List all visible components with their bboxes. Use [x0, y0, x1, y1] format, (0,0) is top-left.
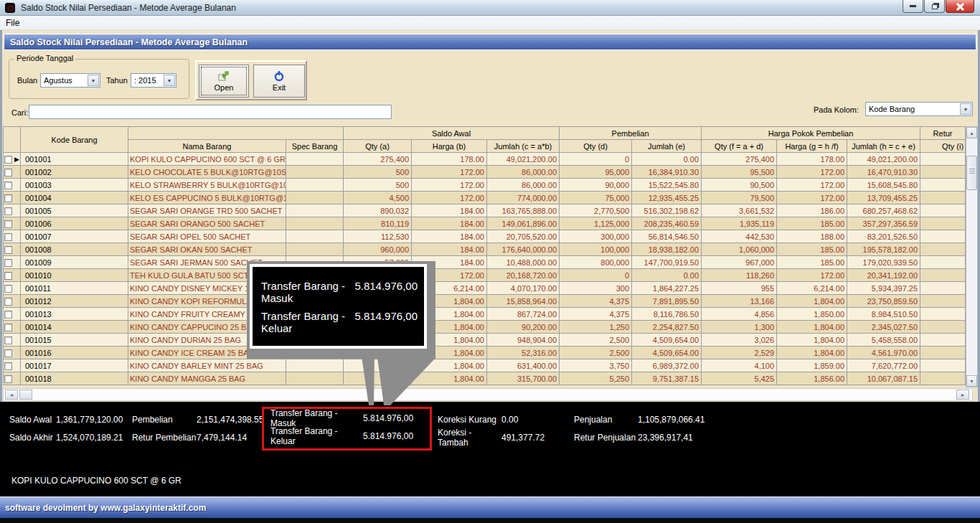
minimize-button[interactable] [903, 0, 923, 13]
grid-cell: 6,989,372.00 [632, 359, 702, 372]
row-selector-cell[interactable] [4, 295, 21, 308]
scroll-up-button[interactable]: ▲ [966, 127, 977, 138]
row-checkbox[interactable] [4, 362, 12, 370]
grid-group-header-row: Kode Barang Saldo Awal Pembelian Harga P… [4, 127, 966, 140]
chevron-down-icon[interactable]: ▼ [164, 75, 175, 86]
table-row[interactable]: 001004KELO ES CAPPUCINO 5 BULK@10RTG@10S… [4, 192, 966, 204]
table-row[interactable]: 001003KELO STRAWBERRY 5 BULK@10RTG@10SC5… [4, 179, 966, 192]
row-selector-cell[interactable] [4, 192, 21, 204]
scroll-right-button[interactable]: ► [956, 390, 969, 400]
row-selector-cell[interactable] [4, 256, 21, 269]
row-selector-cell[interactable] [4, 282, 21, 295]
table-row[interactable]: 001012KINO CANDY KOPI REFORMULA1,804.001… [4, 295, 966, 308]
cari-input[interactable] [29, 105, 392, 119]
horizontal-scroll-thumb[interactable] [19, 390, 32, 400]
grid-cell: 12,935,455.25 [632, 192, 702, 204]
row-selector-cell[interactable] [4, 372, 21, 385]
col-header-jumlah-h: Jumlah (h = c + e) [847, 140, 920, 153]
row-selector-cell[interactable]: ▶ [4, 153, 21, 166]
row-selector-cell[interactable] [4, 308, 21, 321]
table-row[interactable]: 001008SEGAR SARI OKAN 500 SACHET960,0001… [4, 243, 966, 256]
row-checkbox[interactable] [4, 182, 12, 189]
row-checkbox[interactable] [4, 311, 12, 319]
row-selector-cell[interactable] [4, 166, 21, 179]
table-row[interactable]: 001010TEH KULO GULA BATU 500 SCT172.0020… [4, 269, 966, 282]
row-checkbox[interactable] [4, 169, 12, 176]
grid-cell: 001012 [21, 295, 128, 308]
row-selector-cell[interactable] [4, 217, 21, 230]
table-row[interactable]: 001013KINO CANDY FRUITY CREAMY 21,804.00… [4, 308, 966, 321]
table-row[interactable]: 001002KELO CHOCOLATE 5 BULK@10RTG@10SC50… [4, 166, 966, 179]
grid-cell: 172.00 [777, 192, 847, 204]
row-checkbox[interactable] [4, 272, 12, 280]
row-checkbox[interactable] [4, 285, 12, 293]
scroll-left-button[interactable]: ◄ [5, 390, 18, 400]
table-row[interactable]: 001006SEGAR SARI ORANGO 500 SACHET810,11… [4, 217, 966, 230]
row-selector-cell[interactable] [4, 359, 21, 372]
row-checkbox[interactable] [4, 156, 12, 164]
selected-item-name: KOPI KULO CAPPUCINO 600 SCT @ 6 GR [11, 476, 182, 486]
grid-cell: 001001 [21, 153, 128, 166]
row-checkbox[interactable] [4, 233, 12, 241]
close-button[interactable] [946, 0, 974, 13]
grid-cell: 1,804.00 [412, 372, 487, 385]
vertical-scroll-thumb[interactable] [966, 156, 977, 190]
table-row[interactable]: ▶001001KOPI KULO CAPPUCINO 600 SCT @ 6 G… [4, 153, 966, 166]
exit-button[interactable]: Exit [253, 65, 305, 98]
row-checkbox[interactable] [4, 375, 12, 383]
pada-kolom-combobox[interactable]: Kode Barang ▼ [865, 102, 973, 116]
open-button[interactable]: Open [199, 65, 249, 98]
table-row[interactable]: 001018KINO CANDY MANGGA 25 BAG51,804.003… [4, 372, 966, 385]
grid-cell: 15,608,545.80 [847, 179, 920, 192]
table-row[interactable]: 001015KINO CANDY DURIAN 25 BAG1,804.0094… [4, 334, 966, 347]
grid-cell: 4,509,654.00 [632, 347, 702, 359]
restore-button[interactable] [924, 0, 945, 13]
summary-label: Penjualan [574, 415, 638, 425]
table-row[interactable]: 001005SEGAR SARI ORANGE TRD 500 SACHET89… [4, 204, 966, 217]
menu-item-file[interactable]: File [0, 17, 25, 29]
row-checkbox[interactable] [4, 259, 12, 267]
row-checkbox[interactable] [4, 324, 12, 331]
pada-kolom-label: Pada Kolom: [814, 105, 859, 114]
grid-cell: 3,750 [560, 359, 632, 372]
row-selector-cell[interactable] [4, 269, 21, 282]
grid-cell: 3,026 [702, 334, 777, 347]
horizontal-scrollbar[interactable]: ◄ ► [3, 388, 973, 401]
grid-cell: 8,116,786.50 [632, 308, 702, 321]
row-checkbox[interactable] [4, 349, 12, 357]
row-checkbox[interactable] [4, 246, 12, 254]
row-selector-cell[interactable] [4, 321, 21, 334]
row-selector-cell[interactable] [4, 243, 21, 256]
row-selector-cell[interactable] [4, 230, 21, 243]
scroll-down-button[interactable]: ▼ [966, 375, 977, 387]
table-row[interactable]: 001011KINO CANDY DISNEY MICKEY 126,214.0… [4, 282, 966, 295]
bulan-combobox[interactable]: Agustus ▼ [40, 73, 100, 88]
row-checkbox[interactable] [4, 220, 12, 228]
row-selector-cell[interactable] [4, 347, 21, 359]
row-selector-cell[interactable] [4, 334, 21, 347]
grid-cell: 16,470,910.30 [847, 166, 920, 179]
table-row[interactable]: 001016KINO CANDY ICE CREAM 25 BAG1,804.0… [4, 347, 966, 359]
tooltip-masuk-value: 5.814.976,00 [354, 280, 418, 304]
table-row[interactable]: 001014KINO CANDY CAPPUCINO 25 BA1,804.00… [4, 321, 966, 334]
row-checkbox[interactable] [4, 207, 12, 215]
grid-cell: 315,700.00 [487, 372, 560, 385]
grid-cell: 500 [344, 166, 412, 179]
vertical-scrollbar[interactable]: ▲ ▼ [966, 126, 978, 387]
row-selector-cell[interactable] [4, 179, 21, 192]
table-row[interactable]: 001009SEGAR SARI JERMAN 500 SACHET57,000… [4, 256, 966, 269]
row-selector-cell[interactable] [4, 204, 21, 217]
row-checkbox[interactable] [4, 336, 12, 344]
chevron-down-icon[interactable]: ▼ [88, 75, 99, 86]
grid-cell: 001002 [21, 166, 128, 179]
table-row[interactable]: 001007SEGAR SARI OPEL 500 SACHET112,5301… [4, 230, 966, 243]
chevron-down-icon[interactable]: ▼ [960, 103, 971, 115]
grid-cell [920, 282, 966, 295]
row-checkbox[interactable] [4, 298, 12, 306]
tahun-combobox[interactable]: : 2015 ▼ [131, 73, 176, 88]
table-row[interactable]: 001017KINO CANDY BARLEY MINT 25 BAG1,804… [4, 359, 966, 372]
grid-cell: 90,500 [702, 179, 777, 192]
grid-cell: 001009 [21, 256, 128, 269]
row-checkbox[interactable] [4, 194, 12, 202]
grid-cell: 90,200.00 [487, 321, 560, 334]
